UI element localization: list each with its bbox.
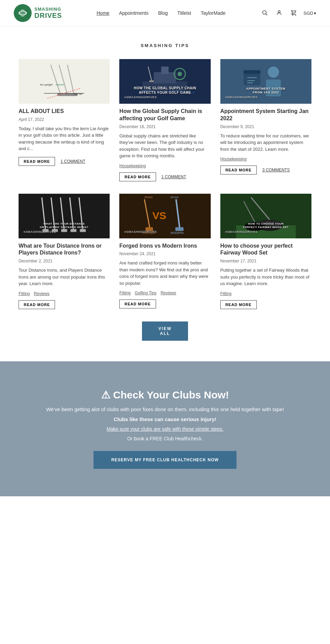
card-date-tour-irons: December 2, 2021 bbox=[19, 259, 110, 263]
cta-warning: Clubs like these can cause serious injur… bbox=[14, 416, 316, 422]
section-title: SMASHING TIPS bbox=[0, 43, 330, 48]
view-all-button[interactable]: VIEWALL bbox=[142, 321, 188, 341]
cta-or-book: Or book a FREE Club Healthcheck. bbox=[14, 436, 316, 441]
cart-button[interactable] bbox=[289, 8, 298, 18]
logo-drives: DRIVES bbox=[34, 12, 62, 19]
svg-point-6 bbox=[293, 15, 293, 15]
card-excerpt-lies: Today, I shall take you thru the term Li… bbox=[19, 125, 110, 152]
blog-image-appt[interactable]: APPOINTMENT SYSTEMFROM JAN 2022 ●SMASHIN… bbox=[220, 59, 311, 104]
svg-text:VS: VS bbox=[153, 210, 166, 221]
card-tags-tour-irons: Fitting Reviews bbox=[19, 291, 110, 296]
cta-link[interactable]: Make sure your clubs are safe with these… bbox=[14, 426, 316, 432]
card-tags-fairway: Fitting bbox=[220, 291, 311, 296]
blog-image-fairway[interactable]: HOW TO CHOOSE YOURPERFECT FAIRWAY WOOD S… bbox=[220, 194, 311, 238]
svg-point-5 bbox=[278, 11, 280, 13]
tag-fitting-tour[interactable]: Fitting bbox=[19, 291, 30, 296]
blog-card-fairway: HOW TO CHOOSE YOURPERFECT FAIRWAY WOOD S… bbox=[220, 194, 311, 309]
logo[interactable]: SMASHING DRIVES bbox=[14, 4, 62, 22]
blog-card-all-about-lies: too upright too flat correct ALL ABOUT L… bbox=[19, 59, 110, 181]
nav-appointments[interactable]: Appointments bbox=[119, 10, 148, 16]
blog-row-1: too upright too flat correct ALL ABOUT L… bbox=[19, 59, 311, 181]
svg-rect-27 bbox=[149, 80, 154, 82]
card-excerpt-forged: Are hand crafted forged irons really bet… bbox=[119, 260, 210, 286]
card-excerpt-fairway: Putting together a set of Fairway Woods … bbox=[220, 267, 311, 287]
nav-home[interactable]: Home bbox=[97, 10, 109, 16]
read-more-appt[interactable]: READ MORE bbox=[220, 166, 257, 174]
tag-reviews-tour[interactable]: Reviews bbox=[34, 291, 50, 296]
supply-brand: ●SMASHINGDRIVES bbox=[121, 93, 160, 102]
svg-point-29 bbox=[268, 67, 279, 78]
cta-section: ⚠ Check Your Clubs Now! We've been getti… bbox=[0, 361, 330, 497]
tag-reviews-forged[interactable]: Reviews bbox=[161, 291, 176, 295]
blog-card-supply-chain: HOW THE GLOBAL SUPPLY CHAINAFFECTS YOUR … bbox=[119, 59, 210, 181]
fairway-brand: ●SMASHINGDRIVES bbox=[222, 227, 261, 237]
svg-point-25 bbox=[178, 72, 182, 76]
logo-text: SMASHING DRIVES bbox=[34, 7, 62, 19]
comment-count-lies[interactable]: 1 COMMENT bbox=[60, 159, 85, 164]
nav-taylormade[interactable]: TaylorMade bbox=[201, 10, 226, 16]
warning-icon: ⚠ bbox=[101, 389, 110, 400]
tag-golfing-tips[interactable]: Golfing Tips bbox=[135, 291, 156, 295]
blog-image-tour-irons[interactable]: WHAT ARE TOUR DISTANCEOR PLAYERS' DISTAN… bbox=[19, 194, 110, 238]
svg-text:correct: correct bbox=[56, 83, 64, 86]
card-excerpt-supply: Global supply chains are stretched like … bbox=[119, 133, 210, 159]
card-tags-appt: Housekeeping bbox=[220, 156, 311, 161]
card-title-lies: ALL ABOUT LIES bbox=[19, 108, 110, 115]
svg-text:too upright: too upright bbox=[40, 83, 53, 86]
main-navigation: Home Appointments Blog Titleist TaylorMa… bbox=[97, 10, 226, 16]
svg-text:IRONS: IRONS bbox=[170, 196, 179, 199]
logo-smashing: SMASHING bbox=[34, 7, 62, 12]
comment-count-appt[interactable]: 3 COMMENTS bbox=[262, 168, 290, 172]
site-header: SMASHING DRIVES Home Appointments Blog T… bbox=[0, 0, 330, 26]
forged-brand: ●SMASHINGDRIVES bbox=[121, 227, 160, 237]
card-date-forged: November 24, 2021 bbox=[119, 251, 210, 256]
blog-row-2: WHAT ARE TOUR DISTANCEOR PLAYERS' DISTAN… bbox=[19, 194, 311, 309]
nav-blog[interactable]: Blog bbox=[158, 10, 168, 16]
svg-text:MODERN: MODERN bbox=[170, 231, 184, 235]
card-title-forged: Forged Irons vs Modern Irons bbox=[119, 242, 210, 250]
card-actions-appt: READ MORE 3 COMMENTS bbox=[220, 166, 311, 174]
blog-card-appointment: APPOINTMENT SYSTEMFROM JAN 2022 ●SMASHIN… bbox=[220, 59, 311, 181]
card-actions-lies: READ MORE 1 COMMENT bbox=[19, 157, 110, 166]
card-actions-supply: READ MORE 1 COMMENT bbox=[119, 172, 210, 181]
cta-title-text: Check Your Clubs Now! bbox=[113, 389, 229, 400]
card-actions-tour-irons: READ MORE bbox=[19, 300, 110, 309]
read-more-supply[interactable]: READ MORE bbox=[119, 172, 156, 181]
card-title-appt: Appointment System Starting Jan 2022 bbox=[220, 108, 311, 122]
logo-icon bbox=[14, 4, 32, 22]
read-more-tour-irons[interactable]: READ MORE bbox=[19, 300, 55, 309]
blog-image-forged[interactable]: VS FORGED MODERN IRONS IRONS ●SMASHINGDR… bbox=[119, 194, 210, 238]
tag-fitting-forged[interactable]: Fitting bbox=[119, 291, 131, 295]
blog-image-lies[interactable]: too upright too flat correct bbox=[19, 59, 110, 104]
search-button[interactable] bbox=[260, 8, 269, 18]
account-button[interactable] bbox=[275, 8, 284, 18]
comment-count-supply[interactable]: 1 COMMENT bbox=[162, 174, 186, 179]
blog-grid: too upright too flat correct ALL ABOUT L… bbox=[10, 59, 320, 309]
card-date-supply: December 16, 2021 bbox=[119, 124, 210, 129]
cta-title: ⚠ Check Your Clubs Now! bbox=[14, 389, 316, 401]
blog-card-forged: VS FORGED MODERN IRONS IRONS ●SMASHINGDR… bbox=[119, 194, 210, 309]
tag-housekeeping-supply[interactable]: Housekeeping bbox=[119, 163, 146, 168]
read-more-fairway[interactable]: READ MORE bbox=[220, 300, 257, 309]
read-more-forged[interactable]: READ MORE bbox=[119, 300, 156, 308]
read-more-lies[interactable]: READ MORE bbox=[19, 157, 55, 166]
blog-image-supply[interactable]: HOW THE GLOBAL SUPPLY CHAINAFFECTS YOUR … bbox=[119, 59, 210, 104]
appt-brand: ●SMASHINGDRIVES bbox=[222, 93, 261, 102]
svg-rect-32 bbox=[243, 70, 260, 74]
card-title-tour-irons: What are Tour Distance Irons or Players … bbox=[19, 242, 110, 257]
reserve-button[interactable]: RESERVE MY FREE CLUB HEALTHCHECK NOW bbox=[94, 451, 237, 469]
card-actions-fairway: READ MORE bbox=[220, 300, 311, 309]
tag-fitting-fairway[interactable]: Fitting bbox=[220, 291, 232, 296]
tour-irons-brand: ●SMASHINGDRIVES bbox=[21, 227, 59, 237]
currency-label: SGD bbox=[304, 11, 313, 16]
currency-selector[interactable]: SGD ▾ bbox=[304, 11, 316, 16]
svg-rect-23 bbox=[161, 67, 169, 74]
nav-titleist[interactable]: Titleist bbox=[177, 10, 191, 16]
card-tags-supply: Housekeeping bbox=[119, 163, 210, 168]
tag-housekeeping-appt[interactable]: Housekeeping bbox=[220, 157, 247, 161]
svg-line-4 bbox=[266, 14, 267, 15]
svg-text:too flat: too flat bbox=[74, 92, 82, 95]
card-excerpt-tour-irons: Tour Distance Irons, and Players Distanc… bbox=[19, 267, 110, 287]
card-date-lies: April 17, 2022 bbox=[19, 117, 110, 122]
svg-rect-10 bbox=[57, 93, 64, 96]
